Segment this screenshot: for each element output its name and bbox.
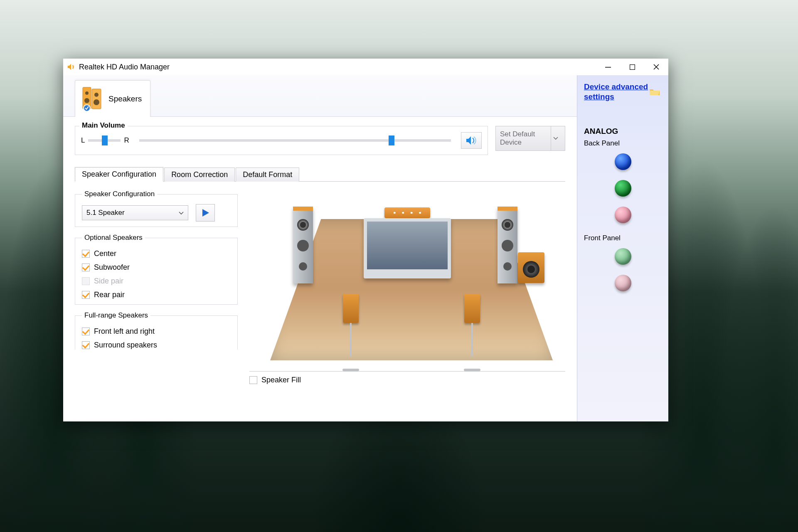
test-play-button[interactable]	[196, 204, 215, 222]
device-tab-label: Speakers	[108, 94, 142, 103]
optional-speakers-group: Optional Speakers CenterSubwooferSide pa…	[75, 234, 238, 305]
diagram-subwoofer[interactable]	[518, 252, 544, 283]
play-icon	[201, 208, 210, 217]
diagram-front-left-speaker[interactable]	[293, 207, 313, 283]
connector-panel: Device advanced settings ANALOG Back Pan…	[577, 75, 668, 421]
folder-icon[interactable]	[649, 88, 660, 98]
checkbox-label: Front left and right	[94, 327, 155, 336]
checkbox-box	[82, 277, 90, 285]
fullrange-front-left-and-right-checkbox[interactable]: Front left and right	[82, 327, 231, 336]
select-value: 5.1 Speaker	[86, 209, 125, 217]
checkbox-label: Surround speakers	[94, 341, 157, 350]
set-default-device-button[interactable]: Set Default Device	[495, 126, 565, 151]
checkbox-box	[82, 250, 90, 258]
checkbox-box	[249, 376, 257, 384]
back-panel-label: Back Panel	[584, 139, 662, 148]
tab-label: Room Correction	[171, 170, 228, 179]
diagram-rear-right-speaker[interactable]	[464, 294, 480, 323]
device-tab-speakers[interactable]: Speakers	[75, 80, 150, 117]
checkbox-box	[82, 264, 90, 271]
checkbox-box	[82, 291, 90, 299]
window-title: Realtek HD Audio Manager	[79, 63, 170, 71]
fullrange-speakers-group: Full-range Speakers Front left and right…	[75, 311, 238, 350]
balance-slider[interactable]	[88, 139, 121, 142]
volume-thumb[interactable]	[389, 135, 394, 145]
svg-point-7	[84, 98, 89, 103]
speaker-configuration-group: Speaker Configuration 5.1 Speaker	[75, 190, 238, 227]
volume-slider[interactable]	[139, 139, 451, 142]
checkbox-box	[82, 328, 90, 335]
main-volume-group: Main Volume L R	[75, 126, 488, 155]
jack-back-blue[interactable]	[615, 153, 631, 170]
svg-rect-3	[92, 89, 101, 109]
svg-point-5	[94, 99, 99, 105]
speaker-fill-checkbox[interactable]: Speaker Fill	[249, 376, 565, 384]
svg-rect-1	[630, 64, 635, 69]
fullrange-surround-speakers-checkbox[interactable]: Surround speakers	[82, 341, 231, 350]
window-controls	[596, 59, 668, 75]
group-legend: Optional Speakers	[82, 234, 145, 242]
device-tabs: Speakers	[63, 75, 577, 117]
checkbox-label: Side pair	[94, 277, 123, 286]
main-volume-legend: Main Volume	[79, 121, 128, 130]
sound-icon	[466, 136, 477, 145]
front-panel-label: Front Panel	[584, 234, 662, 242]
svg-point-4	[94, 93, 99, 97]
speaker-room-diagram[interactable]	[249, 190, 565, 369]
minimize-button[interactable]	[596, 59, 620, 75]
group-legend: Speaker Configuration	[82, 190, 157, 198]
svg-rect-0	[605, 67, 611, 68]
diagram-center-speaker[interactable]	[384, 207, 430, 218]
checkbox-label: Rear pair	[94, 291, 125, 299]
maximize-button[interactable]	[620, 59, 644, 75]
tab-room-correction[interactable]: Room Correction	[164, 167, 235, 182]
tab-label: Default Format	[243, 170, 292, 179]
diagram-front-right-speaker[interactable]	[498, 207, 517, 283]
chevron-down-icon	[551, 126, 561, 150]
jack-back-pink[interactable]	[615, 207, 631, 223]
checkbox-label: Subwoofer	[94, 263, 130, 272]
subtabs: Speaker Configuration Room Correction De…	[75, 167, 565, 182]
close-button[interactable]	[644, 59, 668, 75]
svg-point-6	[85, 91, 89, 95]
jack-back-green[interactable]	[615, 180, 631, 197]
app-window: Realtek HD Audio Manager	[63, 59, 668, 421]
tab-label: Speaker Configuration	[82, 170, 156, 178]
speaker-config-select[interactable]: 5.1 Speaker	[82, 205, 188, 220]
diagram-tv	[364, 218, 451, 278]
chevron-down-icon	[179, 209, 184, 217]
balance-right-label: R	[124, 136, 129, 145]
speaker-app-icon	[66, 62, 76, 71]
optional-subwoofer-checkbox[interactable]: Subwoofer	[82, 263, 231, 272]
diagram-rear-left-speaker[interactable]	[343, 294, 359, 323]
speakers-icon	[81, 86, 103, 112]
optional-rear-pair-checkbox[interactable]: Rear pair	[82, 291, 231, 299]
mute-button[interactable]	[461, 132, 482, 149]
jack-front-pink[interactable]	[615, 275, 631, 291]
optional-center-checkbox[interactable]: Center	[82, 249, 231, 258]
optional-side-pair-checkbox: Side pair	[82, 277, 231, 286]
group-legend: Full-range Speakers	[82, 311, 150, 320]
checkbox-label: Center	[94, 249, 116, 258]
checkbox-label: Speaker Fill	[261, 376, 301, 384]
titlebar: Realtek HD Audio Manager	[63, 59, 668, 75]
balance-left-label: L	[81, 136, 85, 145]
set-default-label: Set Default Device	[500, 130, 551, 146]
jack-front-green[interactable]	[615, 248, 631, 265]
balance-control: L R	[81, 136, 129, 145]
tab-speaker-configuration[interactable]: Speaker Configuration	[75, 167, 163, 182]
tab-default-format[interactable]: Default Format	[236, 167, 299, 182]
analog-heading: ANALOG	[584, 127, 662, 136]
checkbox-box	[82, 341, 90, 349]
balance-thumb[interactable]	[102, 135, 108, 145]
